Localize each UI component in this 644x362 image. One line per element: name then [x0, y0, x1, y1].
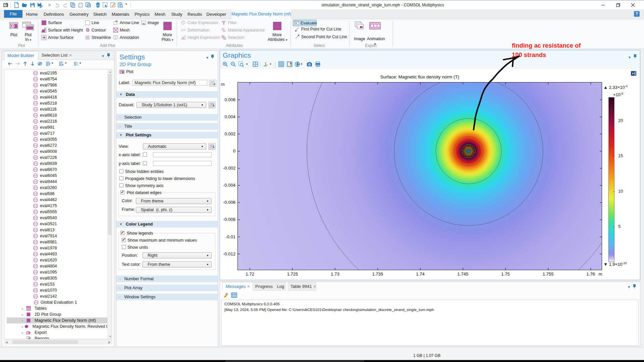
svg-text:8.5: 8.5 — [34, 156, 37, 159]
svg-text:8.5: 8.5 — [34, 229, 37, 231]
svg-text:8.5: 8.5 — [34, 241, 37, 243]
svg-text:8.5: 8.5 — [34, 198, 37, 201]
svg-text:8.5: 8.5 — [34, 84, 37, 86]
svg-text:8.5: 8.5 — [34, 150, 37, 153]
svg-text:8.5: 8.5 — [34, 204, 37, 207]
svg-text:T: T — [115, 36, 117, 39]
svg-text:8.5: 8.5 — [34, 265, 37, 267]
svg-text:8.5: 8.5 — [34, 168, 37, 171]
svg-text:8.5: 8.5 — [34, 90, 37, 92]
svg-text:8.5: 8.5 — [34, 144, 37, 146]
svg-text:8.5: 8.5 — [34, 174, 37, 177]
svg-text:8.5: 8.5 — [34, 138, 37, 140]
svg-text:8.5: 8.5 — [34, 108, 37, 110]
svg-text:8.5: 8.5 — [34, 78, 37, 80]
svg-text:8.5: 8.5 — [34, 162, 37, 165]
svg-text:8.5: 8.5 — [34, 210, 37, 213]
svg-text:8.5: 8.5 — [34, 72, 37, 74]
svg-text:8.5: 8.5 — [34, 283, 37, 285]
svg-text:8.5: 8.5 — [34, 247, 37, 249]
svg-text:8.5: 8.5 — [34, 102, 37, 104]
svg-text:8.5: 8.5 — [34, 186, 37, 189]
svg-text:8.5: 8.5 — [34, 120, 37, 122]
svg-text:8.5: 8.5 — [34, 277, 37, 279]
svg-text:8.5: 8.5 — [34, 235, 37, 237]
svg-text:8.5: 8.5 — [34, 259, 37, 261]
svg-text:8.5: 8.5 — [34, 271, 37, 273]
svg-text:8.5: 8.5 — [34, 289, 37, 291]
svg-text:8.5: 8.5 — [35, 301, 38, 303]
svg-text:8.5: 8.5 — [34, 223, 37, 225]
svg-text:8.5: 8.5 — [34, 192, 37, 195]
svg-text:8.5: 8.5 — [34, 96, 37, 98]
svg-text:8.5: 8.5 — [34, 114, 37, 116]
svg-text:8.5: 8.5 — [34, 253, 37, 255]
svg-text:8.5: 8.5 — [34, 126, 37, 128]
svg-text:8.5: 8.5 — [34, 180, 37, 183]
svg-text:8.5: 8.5 — [34, 295, 37, 297]
svg-text:8.5: 8.5 — [34, 217, 37, 219]
svg-text:8.5: 8.5 — [34, 132, 37, 134]
